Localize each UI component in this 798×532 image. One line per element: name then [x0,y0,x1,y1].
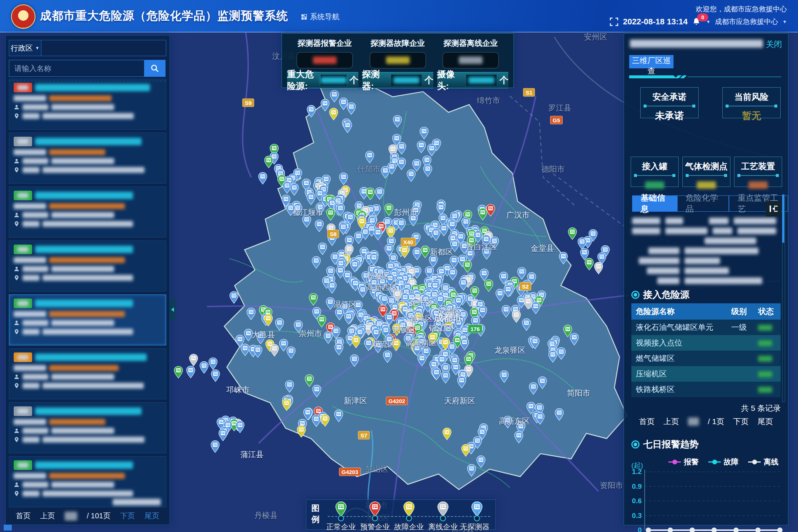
company-card[interactable] [9,348,166,399]
status-tag [14,406,32,416]
resource-label: 气体检测点 [683,161,730,172]
data-point [646,528,651,532]
road-badge: S8 [327,230,339,238]
company-card[interactable] [9,241,166,291]
fullscreen-icon[interactable] [610,17,618,26]
person-icon [14,104,20,110]
district-filter-dropdown[interactable]: 行政区 ▼ [9,40,41,56]
road-badge: 176 [468,325,482,333]
table-row[interactable]: 燃气储罐区 [631,351,781,366]
map-marker[interactable] [585,258,593,270]
map-marker[interactable] [174,366,183,378]
page-prev[interactable]: 上页 [664,416,679,427]
map-place-label: 天府新区 [444,396,475,406]
map-place-label: 郫都区 [366,271,390,281]
totals-counter: 探测器:个 [362,72,433,88]
location-icon [14,221,20,227]
map-marker[interactable] [200,361,208,373]
location-icon [14,275,20,281]
map-place-label: 龙泉驿区 [494,345,525,355]
page-last[interactable]: 尾页 [757,416,773,427]
map-marker[interactable] [187,366,195,378]
map-marker[interactable] [259,172,267,184]
system-nav-button[interactable]: 系统导航 [301,12,340,22]
chevron-down-icon[interactable]: ▼ [782,19,787,24]
map-marker[interactable] [211,370,220,382]
table-row[interactable]: 液化石油气储罐区单元一级 [631,320,781,335]
company-card[interactable] [9,402,166,453]
panel-expand-button[interactable] [766,201,781,216]
hazard-status-cell [754,366,781,382]
resource-stat-box: 工艺装置 [734,157,782,187]
map-place-label: 彭州市 [394,207,417,218]
legend-pin-icon [403,501,415,517]
search-input[interactable] [9,60,144,77]
table-row[interactable]: 视频接入点位 [631,335,781,351]
close-button[interactable]: 关闭 [766,39,782,50]
map-place-label: 丹棱县 [255,510,278,521]
page-number-blurred[interactable] [688,417,699,426]
map-marker[interactable] [236,421,244,433]
company-card[interactable] [9,187,166,238]
map-control-fragment[interactable] [4,525,12,531]
map-marker[interactable] [211,441,219,453]
table-row[interactable]: 压缩机区 [631,366,781,382]
detail-scrollbar[interactable] [782,194,785,402]
org-selector[interactable]: 成都市应急救援中心 [715,17,778,27]
map-place-label: 新都区 [430,247,453,257]
notification-bell[interactable]: 0 [692,17,702,27]
company-card[interactable] [9,294,166,345]
chart-legend-item[interactable]: 报警 [668,457,699,467]
decorative-divider [629,75,781,79]
company-name-blurred [35,461,133,469]
page-prev[interactable]: 上页 [40,511,55,521]
map-place-label: 都江堰市 [292,207,323,218]
district-filter-value[interactable] [41,40,166,56]
page-last[interactable]: 尾页 [144,511,159,521]
legend-node [474,515,480,521]
counter-unit: 个 [424,74,433,86]
sidebar-collapse-button[interactable] [169,298,175,321]
resource-label: 接入罐 [631,161,678,172]
status-tag [14,352,32,362]
map-marker[interactable] [265,156,273,168]
page-next[interactable]: 下页 [120,511,135,521]
map-marker[interactable] [230,291,238,303]
blurred-value [386,57,410,64]
tab-危险化学品[interactable]: 危险化学品 [677,195,729,212]
hazard-status-cell [754,351,781,366]
tab-基础信息[interactable]: 基础信息 [632,195,677,212]
page-number-blurred[interactable] [65,512,77,521]
company-card[interactable] [9,133,166,184]
page-first[interactable]: 首页 [16,511,31,521]
company-card[interactable] [9,79,166,130]
chart-legend-label: 故障 [724,457,739,467]
plant-3d-tour-button[interactable]: 三维厂区巡查 [629,55,673,68]
map-marker[interactable] [578,238,586,249]
table-row[interactable]: 铁路栈桥区 [631,382,781,397]
map-marker[interactable] [189,354,198,366]
map-marker[interactable] [219,429,227,441]
resource-label: 工艺装置 [734,161,782,172]
map-marker[interactable] [209,358,217,369]
scrollbar-thumb[interactable] [782,195,784,243]
chart-legend-item[interactable]: 离线 [748,457,778,467]
map-marker[interactable] [594,262,603,274]
location-icon [14,113,20,119]
hazard-level-cell: 一级 [727,320,754,335]
chart-legend-item[interactable]: 故障 [708,457,739,467]
search-button[interactable] [144,60,166,77]
map-place-label: 资阳市 [600,480,623,491]
trend-chart: 00.30.60.91.28-128-138-148-158-168-178-1… [625,466,787,532]
map-place-label: 崇州市 [299,328,322,339]
counter-value-blurred [391,75,422,86]
location-icon [14,491,20,497]
blurred-digits [393,77,419,83]
counter-value-blurred [466,75,497,86]
page-first[interactable]: 首页 [639,416,655,427]
map-marker[interactable] [568,228,577,239]
blurred-value [697,181,716,189]
current-risk-value: 暂无 [723,109,780,122]
page-next[interactable]: 下页 [733,416,748,427]
section-bullet-icon [631,440,640,449]
